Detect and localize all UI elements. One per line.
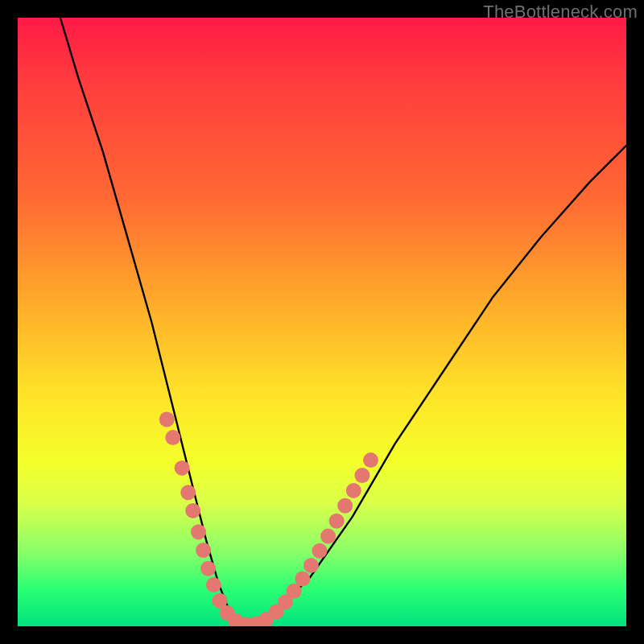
marker-dot <box>269 604 284 619</box>
marker-dot <box>287 584 302 599</box>
marker-dot <box>185 503 200 518</box>
marker-dot <box>220 605 235 621</box>
marker-dot <box>191 524 206 539</box>
marker-dot <box>238 617 254 626</box>
marker-dot <box>206 577 221 592</box>
marker-dot <box>200 561 216 576</box>
marker-dot <box>196 543 211 558</box>
marker-dot <box>249 617 264 627</box>
marker-dot <box>320 529 336 544</box>
marker-dot <box>228 613 243 626</box>
bottleneck-curve-path <box>60 18 626 626</box>
marker-dot <box>213 593 228 609</box>
chart-svg <box>18 18 626 626</box>
marker-dot <box>329 514 345 529</box>
bottleneck-curve <box>60 18 626 626</box>
marker-dot <box>337 498 353 514</box>
chart-frame: TheBottleneck.com <box>0 0 644 644</box>
marker-dot <box>159 412 175 427</box>
marker-dot <box>346 483 361 498</box>
marker-dot <box>312 543 328 559</box>
marker-dot <box>278 594 293 609</box>
marker-dot <box>165 430 180 445</box>
marker-dot <box>354 468 369 483</box>
marker-dot <box>363 452 378 468</box>
chart-plot-area <box>18 18 626 626</box>
marker-dot <box>295 572 310 587</box>
marker-dot <box>175 460 190 476</box>
watermark-text: TheBottleneck.com <box>483 2 638 23</box>
marker-dot <box>180 485 196 500</box>
highlighted-range-markers <box>159 412 378 627</box>
marker-dot <box>258 612 274 626</box>
marker-dot <box>303 558 319 573</box>
